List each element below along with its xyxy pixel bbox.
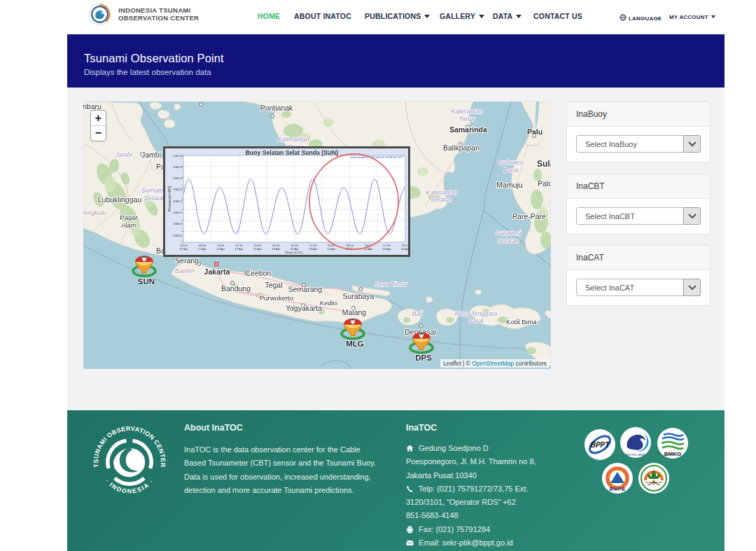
svg-text:2066.8: 2066.8 [173,165,182,169]
svg-text:Data terakhir: 2021-04-15 23:0: Data terakhir: 2021-04-15 23:09:00 UTC [351,155,403,159]
svg-text:Cirebon: Cirebon [246,269,272,277]
svg-text:Balikpapan: Balikpapan [443,144,479,152]
svg-text:SUN: SUN [138,277,155,286]
svg-text:Palop: Palop [538,179,551,188]
svg-text:Banten: Banten [175,267,195,274]
svg-text:Semarang: Semarang [288,285,323,293]
svg-text:Samarinda: Samarinda [449,125,487,134]
svg-text:Jakarta: Jakarta [204,267,230,276]
svg-text:Jawa Timur: Jawa Timur [374,281,407,288]
svg-text:Sulaw: Sulaw [537,159,551,169]
svg-text:Pontianak: Pontianak [260,104,293,112]
svg-text:2066.0: 2066.0 [173,211,182,214]
svg-text:Jambi: Jambi [115,151,133,158]
svg-text:Buoy Selatan Selat Sunda (SUN): Buoy Selatan Selat Sunda (SUN) [246,149,338,156]
svg-text:13 Apr: 13 Apr [309,247,318,251]
svg-text:12 Apr: 12 Apr [235,247,244,251]
svg-text:Nusa Tenggara: Nusa Tenggara [454,310,497,317]
svg-text:14 Apr: 14 Apr [383,247,392,251]
svg-text:Palu: Palu [527,127,542,136]
svg-text:Barat: Barat [503,167,519,174]
svg-text:Kalimantan: Kalimantan [277,136,309,143]
svg-text:Timur: Timur [459,116,476,123]
svg-text:2066.2: 2066.2 [173,200,182,203]
svg-text:· INDONESIA ·: · INDONESIA · [104,477,155,494]
svg-text:2065.6: 2065.6 [173,234,182,237]
svg-text:Jambi: Jambi [141,151,161,159]
svg-text:12 Apr: 12 Apr [216,247,225,251]
svg-text:2067.0: 2067.0 [173,154,182,158]
svg-text:Bali: Bali [412,310,423,317]
svg-text:RISTEK-BRIN: RISTEK-BRIN [626,453,645,456]
svg-text:Bengkulu: Bengkulu [83,209,106,216]
svg-text:13 Apr: 13 Apr [327,247,336,251]
svg-text:11 Apr: 11 Apr [180,247,188,251]
svg-text:Selatan: Selatan [498,237,519,244]
svg-text:2066.6: 2066.6 [173,176,182,180]
svg-text:BNPB: BNPB [609,487,625,491]
svg-text:MLG: MLG [346,340,364,348]
svg-text:Sumater: Sumater [141,187,166,194]
svg-text:DPS: DPS [415,354,432,362]
svg-text:BMKG: BMKG [664,450,681,456]
svg-text:Pagar: Pagar [120,214,137,221]
svg-text:Alam: Alam [121,221,136,229]
svg-text:14 Apr: 14 Apr [401,247,408,251]
svg-text:Purwokerto: Purwokerto [260,294,293,302]
svg-text:12 Apr: 12 Apr [253,247,262,251]
svg-text:Mamuju: Mamuju [496,181,523,189]
svg-text:Selatan: Selatan [144,195,166,202]
svg-text:Sulawesi: Sulawesi [498,159,524,166]
svg-text:2065.8: 2065.8 [173,222,182,225]
svg-text:Yogyakarta: Yogyakarta [286,304,322,312]
svg-text:Selatan: Selatan [431,196,453,203]
svg-text:Barat: Barat [468,317,484,324]
svg-text:Tegal: Tegal [265,281,282,289]
svg-text:Pressure [m H2O]: Pressure [m H2O] [168,186,172,211]
svg-text:Malang: Malang [342,308,367,316]
svg-text:Kediri: Kediri [320,299,337,307]
svg-text:Kota Bima: Kota Bima [506,318,538,326]
svg-text:Pare-Pare: Pare-Pare [512,212,546,221]
svg-text:Kalimantan: Kalimantan [451,108,482,115]
svg-text:Surabaya: Surabaya [343,292,374,300]
svg-text:13 Apr: 13 Apr [272,247,281,251]
svg-text:2066.4: 2066.4 [173,188,182,191]
svg-text:BPPT: BPPT [591,441,610,449]
svg-text:12 Apr: 12 Apr [198,247,207,251]
svg-text:Lubuklinggau: Lubuklinggau [98,195,142,204]
svg-text:Sulawesi: Sulawesi [496,230,522,237]
svg-text:Bandung: Bandung [221,284,251,293]
svg-text:Kalimantan: Kalimantan [426,189,457,196]
svg-text:Waktu (UTC): Waktu (UTC) [285,251,303,254]
svg-text:13 Apr: 13 Apr [290,247,300,251]
